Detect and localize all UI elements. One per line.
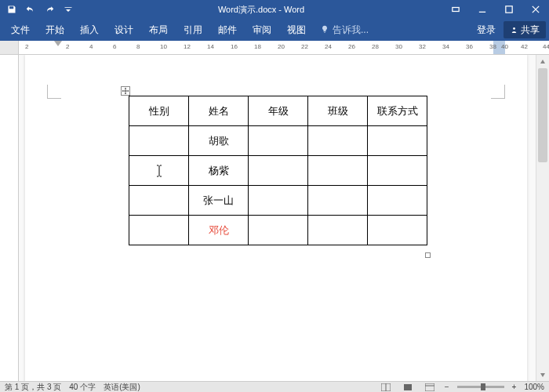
ruler-mark: 44: [543, 43, 549, 50]
scroll-up-button[interactable]: [536, 55, 549, 68]
table-cell[interactable]: [368, 156, 427, 186]
tab-insert[interactable]: 插入: [72, 19, 107, 41]
page[interactable]: 性别 姓名 年级 班级 联系方式 胡歌: [25, 55, 527, 381]
table-row[interactable]: 胡歌: [129, 126, 427, 156]
ruler-mark: 28: [372, 43, 379, 50]
header-cell[interactable]: 班级: [308, 96, 368, 126]
lightbulb-icon: [320, 25, 329, 34]
ruler-mark: 14: [207, 43, 214, 50]
tell-me-search[interactable]: 告诉我...: [314, 24, 375, 37]
svg-point-5: [513, 27, 515, 30]
ruler-scale[interactable]: 2246810121416182022242628303234363840424…: [19, 41, 549, 54]
table-row[interactable]: 张一山: [129, 186, 427, 216]
qat-customize-button[interactable]: [60, 1, 77, 18]
table-cell[interactable]: [368, 216, 427, 245]
quick-access-toolbar: [0, 1, 80, 18]
view-web-button[interactable]: [423, 383, 437, 392]
view-read-button[interactable]: [379, 383, 393, 392]
table-cell[interactable]: [368, 126, 427, 156]
table-cell[interactable]: [249, 216, 308, 245]
table-cell[interactable]: [129, 216, 189, 245]
document-table[interactable]: 性别 姓名 年级 班级 联系方式 胡歌: [129, 96, 427, 245]
workspace: 性别 姓名 年级 班级 联系方式 胡歌: [0, 55, 549, 381]
redo-button[interactable]: [41, 1, 58, 18]
tab-references[interactable]: 引用: [176, 19, 210, 41]
table-row[interactable]: 杨紫: [129, 156, 427, 186]
svg-rect-8: [404, 384, 412, 390]
zoom-out-button[interactable]: −: [445, 383, 449, 391]
table-move-handle[interactable]: [121, 86, 130, 96]
minimize-button[interactable]: [469, 0, 496, 19]
table-cell[interactable]: [368, 186, 427, 216]
table-cell[interactable]: [308, 216, 368, 245]
table-cell[interactable]: [249, 156, 308, 186]
zoom-slider[interactable]: [457, 386, 504, 388]
ruler-horizontal: 2246810121416182022242628303234363840424…: [0, 41, 549, 55]
close-button[interactable]: [522, 0, 549, 19]
status-words[interactable]: 40 个字: [69, 382, 96, 393]
undo-button[interactable]: [22, 1, 39, 18]
save-button[interactable]: [3, 1, 20, 18]
scroll-thumb[interactable]: [538, 68, 547, 162]
scroll-track[interactable]: [536, 68, 549, 368]
svg-rect-2: [506, 6, 512, 13]
table-cell[interactable]: 胡歌: [189, 126, 249, 156]
share-button[interactable]: 共享: [504, 21, 546, 38]
table-resize-handle[interactable]: [425, 252, 431, 258]
ruler-mark: 38: [489, 43, 496, 50]
maximize-button[interactable]: [496, 0, 522, 19]
table-cell[interactable]: [249, 126, 308, 156]
zoom-level[interactable]: 100%: [524, 383, 544, 391]
status-bar: 第 1 页，共 3 页 40 个字 英语(美国) − + 100%: [0, 381, 549, 392]
header-cell[interactable]: 联系方式: [368, 96, 427, 126]
indent-marker[interactable]: [54, 41, 62, 46]
view-print-button[interactable]: [401, 383, 415, 392]
ruler-mark: 4: [89, 43, 93, 50]
table-cell[interactable]: 杨紫: [189, 156, 249, 186]
tab-home[interactable]: 开始: [38, 19, 72, 41]
header-cell[interactable]: 性别: [129, 96, 189, 126]
header-cell[interactable]: 姓名: [189, 96, 249, 126]
scroll-down-button[interactable]: [536, 368, 549, 381]
table-cell[interactable]: 邓伦: [189, 216, 249, 245]
table-cell[interactable]: [308, 126, 368, 156]
header-cell[interactable]: 年级: [249, 96, 308, 126]
zoom-in-button[interactable]: +: [512, 383, 517, 391]
status-language[interactable]: 英语(美国): [104, 382, 140, 393]
table-cell[interactable]: [249, 186, 308, 216]
table-cell[interactable]: [308, 156, 368, 186]
ribbon-options-button[interactable]: [442, 0, 469, 19]
titlebar: Word演示.docx - Word: [0, 0, 549, 19]
table-cell[interactable]: [129, 186, 189, 216]
ruler-mark: 8: [136, 43, 140, 50]
document-canvas[interactable]: 性别 姓名 年级 班级 联系方式 胡歌: [19, 55, 536, 381]
table-cell[interactable]: 张一山: [189, 186, 249, 216]
tab-file[interactable]: 文件: [3, 19, 38, 41]
window-title: Word演示.docx - Word: [80, 4, 442, 16]
tab-design[interactable]: 设计: [107, 19, 141, 41]
tab-layout[interactable]: 布局: [141, 19, 176, 41]
table-cell[interactable]: [308, 186, 368, 216]
status-page[interactable]: 第 1 页，共 3 页: [5, 382, 61, 393]
tab-review[interactable]: 审阅: [245, 19, 279, 41]
ruler-mark: 30: [395, 43, 402, 50]
ruler-vertical[interactable]: [0, 55, 19, 381]
table-cell[interactable]: [129, 156, 189, 186]
ruler-mark: 42: [521, 43, 528, 50]
ruler-mark: 40: [501, 43, 508, 50]
login-button[interactable]: 登录: [469, 24, 504, 37]
tab-view[interactable]: 视图: [279, 19, 314, 41]
ruler-mark: 10: [160, 43, 167, 50]
ruler-mark: 34: [442, 43, 449, 50]
table-cell[interactable]: [129, 126, 189, 156]
ruler-mark: 36: [466, 43, 473, 50]
ruler-mark: 22: [301, 43, 308, 50]
table-row[interactable]: 邓伦: [129, 216, 427, 245]
ruler-mark: 32: [419, 43, 426, 50]
ruler-corner: [0, 41, 19, 54]
svg-rect-9: [425, 383, 434, 391]
scrollbar-vertical[interactable]: [536, 55, 549, 381]
tab-mailings[interactable]: 邮件: [210, 19, 245, 41]
ruler-mark: 2: [66, 43, 69, 50]
table-header-row[interactable]: 性别 姓名 年级 班级 联系方式: [129, 96, 427, 126]
